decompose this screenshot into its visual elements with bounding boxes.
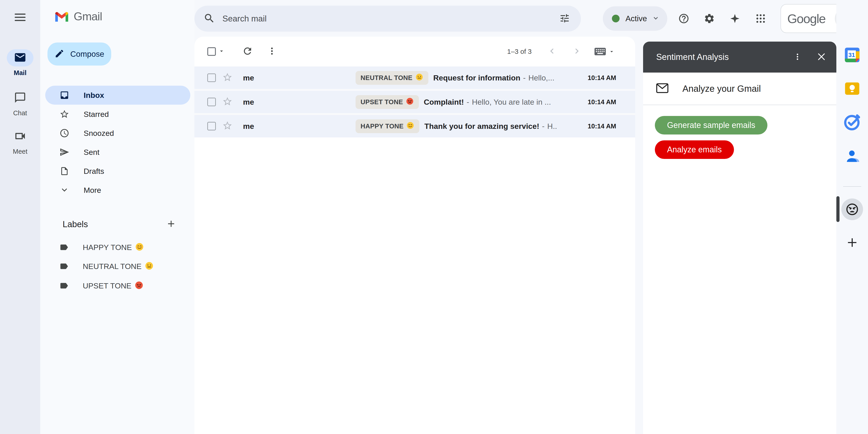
sidebar-item-label: More — [84, 186, 101, 195]
meet-icon — [14, 130, 26, 143]
create-label-plus-icon[interactable] — [166, 219, 176, 230]
send-icon — [59, 147, 70, 157]
sidebar-item-drafts[interactable]: Drafts — [45, 162, 190, 181]
sentiment-addon-icon[interactable] — [841, 198, 863, 220]
compose-button[interactable]: Compose — [48, 42, 111, 66]
row-snippet: Hello, You are late in ... — [472, 98, 551, 106]
panel-body: Generate sample emails Analyze emails — [643, 105, 836, 159]
mail-pill[interactable] — [7, 49, 33, 66]
status-active-pill[interactable]: Active — [603, 6, 667, 31]
tag-name: HAPPY TONE — [361, 123, 403, 130]
row-sender: me — [243, 122, 355, 131]
main-menu-icon[interactable] — [15, 13, 26, 24]
row-checkbox[interactable] — [207, 98, 216, 106]
keep-icon[interactable] — [843, 79, 862, 99]
sidebar-item-sent[interactable]: Sent — [45, 143, 190, 162]
sidebar-item-snoozed[interactable]: Snoozed — [45, 124, 190, 143]
sidebar-label-neutral-tone[interactable]: NEUTRAL TONE — [54, 257, 190, 276]
panel-header: Sentiment Analysis — [643, 41, 836, 72]
gmail-m-icon — [54, 10, 69, 23]
clock-icon — [59, 128, 70, 138]
meet-pill[interactable] — [7, 128, 33, 145]
row-subject: Request for information — [433, 73, 520, 82]
subject-snippet-dash: - — [542, 122, 545, 131]
gmail-app: Mail Chat Meet — [0, 0, 868, 434]
sidebar-item-starred[interactable]: Starred — [45, 105, 190, 124]
contacts-icon[interactable] — [843, 147, 862, 166]
rail-item-meet[interactable]: Meet — [0, 128, 40, 155]
sidebar: Gmail Compose Inbox Starred — [40, 0, 194, 434]
refresh-icon[interactable] — [242, 46, 253, 57]
angry-emoji-icon — [134, 281, 144, 291]
sidebar-item-label: Inbox — [84, 91, 104, 100]
rail-divider — [843, 186, 861, 187]
sidebar-item-inbox[interactable]: Inbox — [45, 86, 190, 105]
input-tools-keyboard-icon[interactable] — [594, 46, 615, 57]
search-tune-icon[interactable] — [559, 13, 570, 25]
sidebar-label-happy-tone[interactable]: HAPPY TONE — [54, 238, 190, 257]
select-all-checkbox[interactable] — [207, 47, 216, 56]
tag-name: UPSET TONE — [361, 98, 403, 106]
apps-grid-icon[interactable] — [755, 13, 767, 24]
panel-section-title: Analyze your Gmail — [682, 84, 761, 94]
row-tag-chip[interactable]: UPSET TONE — [355, 95, 419, 109]
row-star-icon[interactable] — [222, 72, 232, 84]
chevron-down-icon — [59, 186, 70, 195]
add-addon-plus-icon[interactable] — [846, 236, 859, 250]
rail-item-chat[interactable]: Chat — [0, 90, 40, 117]
neutral-emoji-icon — [415, 73, 423, 83]
mail-row[interactable]: me NEUTRAL TONE Request for information … — [194, 66, 635, 89]
happy-emoji-icon — [406, 121, 414, 131]
row-tag-chip[interactable]: NEUTRAL TONE — [355, 71, 428, 85]
calendar-icon[interactable]: 31 — [842, 45, 862, 66]
search-input[interactable] — [222, 14, 559, 24]
more-vert-icon[interactable] — [267, 46, 277, 57]
row-star-icon[interactable] — [222, 96, 232, 107]
sparkle-icon[interactable] — [729, 13, 741, 24]
chat-pill[interactable] — [7, 90, 33, 107]
generate-sample-emails-button[interactable]: Generate sample emails — [655, 116, 767, 134]
mail-toolbar: 1–3 of 3 — [194, 37, 635, 66]
labels-title: Labels — [63, 219, 88, 229]
row-subject-snippet: Thank you for amazing service! - H.. — [424, 122, 582, 131]
settings-gear-icon[interactable] — [704, 13, 715, 24]
sentiment-analysis-panel: Sentiment Analysis Analyze your Gmail Ge… — [643, 41, 836, 434]
panel-more-icon[interactable] — [788, 52, 807, 62]
search-bar[interactable] — [194, 6, 581, 32]
row-star-icon[interactable] — [222, 121, 232, 132]
status-dot-icon — [612, 15, 620, 22]
pagination-count: 1–3 of 3 — [507, 48, 532, 55]
tasks-icon[interactable] — [842, 113, 862, 133]
rail-label-meet: Meet — [0, 148, 40, 155]
angry-emoji-icon — [406, 97, 414, 107]
rail-label-mail: Mail — [0, 69, 40, 76]
chevron-down-icon — [652, 14, 659, 23]
mail-list-card: 1–3 of 3 me — [194, 37, 635, 434]
search-icon[interactable] — [204, 12, 215, 25]
sidebar-label-upset-tone[interactable]: UPSET TONE — [54, 276, 190, 295]
panel-close-icon[interactable] — [816, 52, 827, 63]
label-name: UPSET TONE — [83, 281, 131, 290]
envelope-icon — [656, 83, 669, 95]
row-sender: me — [243, 73, 355, 82]
left-app-rail: Mail Chat Meet — [0, 0, 40, 434]
google-wordmark: Google — [787, 11, 835, 26]
row-checkbox[interactable] — [207, 73, 216, 82]
right-addons-rail: 31 — [836, 0, 868, 434]
row-tag-chip[interactable]: HAPPY TONE — [355, 119, 419, 133]
compose-label: Compose — [70, 50, 104, 59]
mail-row[interactable]: me HAPPY TONE Thank you for amazing serv… — [194, 115, 635, 137]
row-checkbox[interactable] — [207, 122, 216, 130]
mail-icon — [14, 51, 26, 65]
tag-icon — [59, 281, 69, 290]
sidebar-item-label: Snoozed — [84, 129, 114, 138]
analyze-emails-button[interactable]: Analyze emails — [655, 141, 734, 159]
select-caret-icon[interactable] — [218, 48, 225, 55]
chevron-right-icon[interactable] — [572, 46, 581, 57]
mail-row[interactable]: me UPSET TONE Complaint! - Hello, You ar… — [194, 91, 635, 113]
sidebar-item-more[interactable]: More — [45, 181, 190, 199]
chevron-left-icon[interactable] — [548, 46, 557, 57]
rail-item-mail[interactable]: Mail — [0, 49, 40, 76]
sidebar-nav: Inbox Starred Snoozed Sent — [45, 86, 190, 199]
help-icon[interactable] — [678, 13, 690, 24]
